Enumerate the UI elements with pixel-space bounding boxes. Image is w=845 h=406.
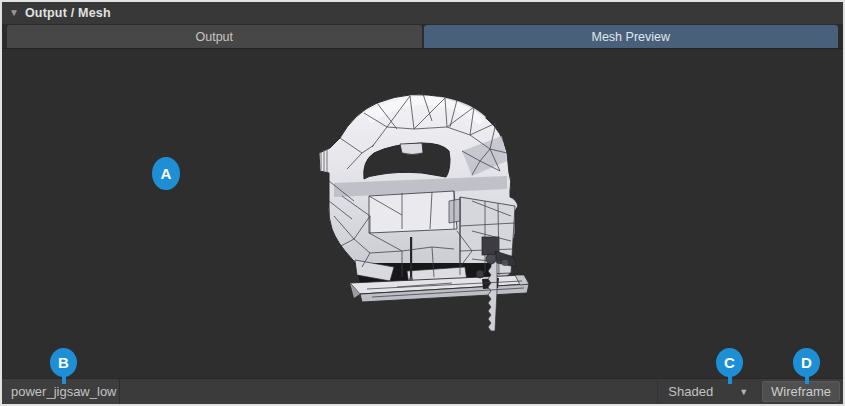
annotation-marker-b: B xyxy=(50,348,77,377)
preview-status-bar: power_jigsaw_low Shaded ▼ Wireframe xyxy=(2,378,843,404)
statusbar-spacer xyxy=(120,379,657,404)
shading-mode-value: Shaded xyxy=(668,384,713,399)
annotation-letter-c: C xyxy=(716,348,743,377)
chevron-down-icon: ▼ xyxy=(739,387,748,397)
mesh-preview-viewport[interactable] xyxy=(2,49,843,378)
tab-mesh-preview[interactable]: Mesh Preview xyxy=(424,25,839,48)
panel-header: ▼ Output / Mesh xyxy=(2,2,843,24)
annotation-stem-c xyxy=(728,376,732,384)
annotation-marker-c: C xyxy=(716,348,743,377)
output-mesh-panel: ▼ Output / Mesh Output Mesh Preview xyxy=(0,0,845,406)
annotation-letter-a: A xyxy=(152,157,180,190)
annotation-marker-a: A xyxy=(152,157,180,190)
annotation-letter-b: B xyxy=(50,348,77,377)
wireframe-toggle-button[interactable]: Wireframe xyxy=(762,381,840,402)
shading-mode-dropdown[interactable]: Shaded ▼ xyxy=(657,379,758,404)
foldout-triangle-icon[interactable]: ▼ xyxy=(9,8,19,18)
tab-output[interactable]: Output xyxy=(7,25,422,48)
tab-bar: Output Mesh Preview xyxy=(2,24,843,49)
jigsaw-mesh-render xyxy=(2,49,843,378)
panel-title: Output / Mesh xyxy=(25,6,111,20)
annotation-stem-b xyxy=(62,376,66,384)
annotation-stem-d xyxy=(805,376,809,384)
annotation-marker-d: D xyxy=(793,348,820,377)
annotation-letter-d: D xyxy=(793,348,820,377)
